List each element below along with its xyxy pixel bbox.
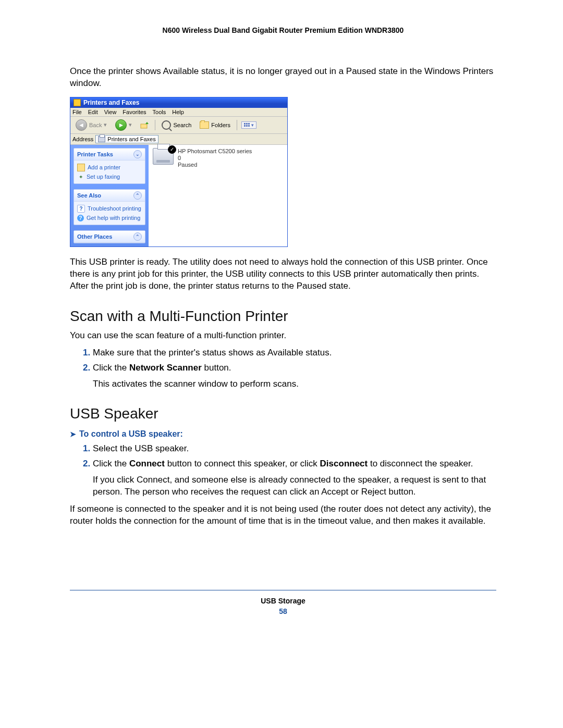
views-button[interactable]: ▾ <box>241 121 256 129</box>
printers-icon <box>98 136 105 142</box>
step-text: to disconnect the speaker. <box>368 459 473 468</box>
paragraph-ready: This USB printer is ready. The utility d… <box>70 256 496 292</box>
up-button[interactable] <box>138 120 151 130</box>
printer-icon: ✓ <box>153 148 174 165</box>
link-get-help[interactable]: ? Get help with printing <box>77 214 142 223</box>
chevron-right-icon: ➤ <box>70 430 76 438</box>
see-also-panel: See Also ⌃ ? Troubleshoot printing ? Get… <box>74 189 145 225</box>
back-icon: ◄ <box>76 119 87 131</box>
printer-name: HP Photosmart C5200 series <box>178 148 252 155</box>
panel-header[interactable]: Other Places ⌃ <box>74 231 145 243</box>
collapse-icon[interactable]: ⌄ <box>133 150 142 158</box>
panel-header[interactable]: Printer Tasks ⌄ <box>74 149 145 161</box>
step-text: button to connect this speaker, or click <box>165 459 320 468</box>
address-label: Address <box>72 136 93 142</box>
link-label: Troubleshoot printing <box>88 205 141 212</box>
address-value: Printers and Faxes <box>107 136 155 142</box>
panel-header[interactable]: See Also ⌃ <box>74 190 145 202</box>
folder-icon <box>200 121 209 129</box>
step-2: Click the Connect button to connect this… <box>93 458 496 498</box>
printer-list: ✓ HP Photosmart C5200 series 0 Paused <box>149 145 287 246</box>
fax-icon: ✦ <box>77 174 84 180</box>
folders-button[interactable]: Folders <box>198 120 232 130</box>
paragraph-intro: Once the printer shows Available status,… <box>70 66 496 90</box>
link-troubleshoot[interactable]: ? Troubleshoot printing <box>77 204 142 214</box>
menu-view[interactable]: View <box>104 109 117 115</box>
printer-status: Paused <box>178 162 252 168</box>
footer-section: USB Storage <box>70 597 496 605</box>
step-1: Make sure that the printer's status show… <box>93 347 496 359</box>
address-field[interactable]: Printers and Faxes <box>95 135 158 143</box>
panel-title: Other Places <box>77 233 112 240</box>
heading-scan: Scan with a Multi-Function Printer <box>70 308 496 325</box>
printer-docs: 0 <box>178 155 252 162</box>
link-label: Get help with printing <box>87 215 140 221</box>
step-sub: If you click Connect, and someone else i… <box>93 474 496 498</box>
search-label: Search <box>173 122 191 128</box>
task-setup-faxing[interactable]: ✦ Set up faxing <box>77 172 142 181</box>
chevron-down-icon: ▾ <box>251 122 254 128</box>
printer-item[interactable]: ✓ HP Photosmart C5200 series 0 Paused <box>153 148 283 169</box>
folders-label: Folders <box>211 122 230 128</box>
window-icon <box>74 99 81 106</box>
usb-steps: Select the USB speaker. Click the Connec… <box>70 443 496 498</box>
step-text: Click the <box>93 363 129 373</box>
help-icon: ? <box>77 215 84 221</box>
step-text: Click the <box>93 459 129 468</box>
separator <box>237 120 237 130</box>
task-title: To control a USB speaker: <box>79 429 183 438</box>
disconnect-label: Disconnect <box>320 459 368 468</box>
chevron-down-icon: ▾ <box>129 121 132 128</box>
task-label: Add a printer <box>88 164 120 170</box>
step-sub: This activates the scanner window to per… <box>93 378 496 390</box>
svg-rect-0 <box>141 124 147 128</box>
task-add-printer[interactable]: Add a printer <box>77 163 142 172</box>
usb-after: If someone is connected to the speaker a… <box>70 503 496 527</box>
menu-help[interactable]: Help <box>172 109 184 115</box>
document-header: N600 Wireless Dual Band Gigabit Router P… <box>70 26 496 34</box>
menu-file[interactable]: File <box>72 109 82 115</box>
heading-usb-speaker: USB Speaker <box>70 405 496 422</box>
window-title: Printers and Faxes <box>83 99 139 106</box>
add-printer-icon <box>77 164 85 171</box>
task-heading: ➤To control a USB speaker: <box>70 429 496 439</box>
menu-edit[interactable]: Edit <box>88 109 98 115</box>
forward-icon: ► <box>115 119 127 131</box>
task-label: Set up faxing <box>87 174 120 180</box>
back-button[interactable]: ◄ Back ▾ <box>74 118 109 132</box>
network-scanner-label: Network Scanner <box>129 363 202 373</box>
up-folder-icon <box>140 121 149 129</box>
connect-label: Connect <box>129 459 165 468</box>
menu-tools[interactable]: Tools <box>153 109 166 115</box>
collapse-icon[interactable]: ⌃ <box>133 232 142 241</box>
printer-tasks-panel: Printer Tasks ⌄ Add a printer ✦ Set up f… <box>74 148 145 184</box>
menu-bar: File Edit View Favorites Tools Help <box>70 108 287 117</box>
other-places-panel: Other Places ⌃ <box>74 230 145 243</box>
scan-intro: You can use the scan feature of a multi-… <box>70 330 496 342</box>
search-button[interactable]: Search <box>160 119 193 131</box>
address-bar: Address Printers and Faxes <box>70 134 287 145</box>
footer-rule <box>70 590 496 590</box>
separator <box>155 120 155 130</box>
collapse-icon[interactable]: ⌃ <box>133 191 142 200</box>
views-icon <box>244 123 250 127</box>
panel-title: Printer Tasks <box>77 151 113 157</box>
task-pane: Printer Tasks ⌄ Add a printer ✦ Set up f… <box>70 145 149 246</box>
default-check-icon: ✓ <box>168 145 176 154</box>
menu-favorites[interactable]: Favorites <box>123 109 146 115</box>
search-icon <box>162 120 171 130</box>
printers-faxes-window: Printers and Faxes File Edit View Favori… <box>70 97 288 247</box>
step-2: Click the Network Scanner button. This a… <box>93 362 496 390</box>
scan-steps: Make sure that the printer's status show… <box>70 347 496 390</box>
toolbar: ◄ Back ▾ ► ▾ Search Folders <box>70 117 287 134</box>
step-text: button. <box>202 363 231 373</box>
footer-page-number: 58 <box>70 607 496 615</box>
chevron-down-icon: ▾ <box>104 121 107 128</box>
back-label: Back <box>89 122 102 128</box>
help-icon: ? <box>77 205 85 213</box>
window-titlebar[interactable]: Printers and Faxes <box>70 97 287 108</box>
forward-button[interactable]: ► ▾ <box>113 118 134 132</box>
panel-title: See Also <box>77 192 101 199</box>
step-1: Select the USB speaker. <box>93 443 496 455</box>
